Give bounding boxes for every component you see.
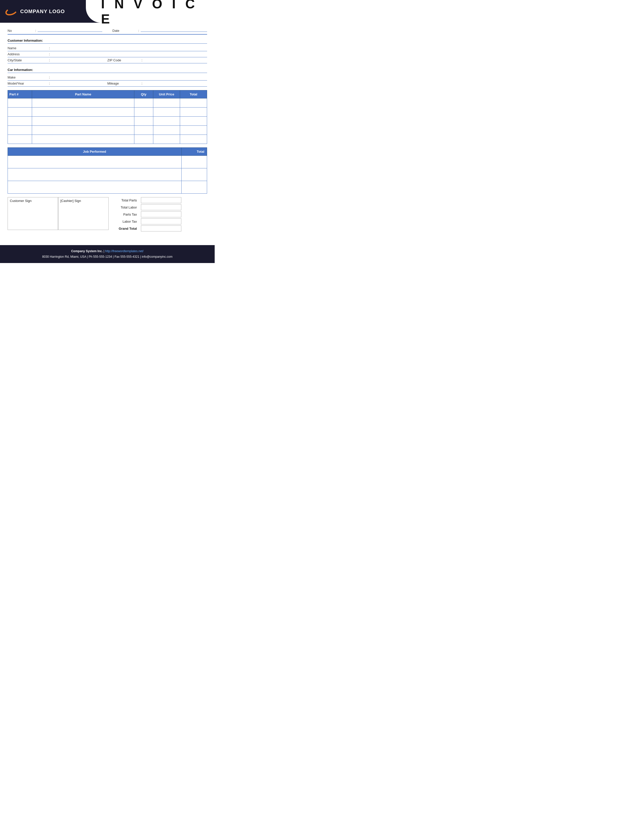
logo-text: COMPANY LOGO: [20, 9, 65, 14]
svg-point-0: [5, 6, 18, 16]
city-state-label: City/State: [8, 58, 38, 62]
total-labor-label: Total Labor: [114, 206, 139, 209]
footer-url[interactable]: http://freewordtemplates.net/: [105, 249, 143, 253]
invoice-no-field: No :: [8, 28, 102, 32]
zip-label: ZIP Code: [107, 58, 138, 62]
customer-address-row: Address :: [8, 51, 207, 57]
page-header: COMPANY LOGO I N V O I C E: [0, 0, 215, 23]
footer-company: Company System Inc.: [71, 249, 103, 253]
total-labor-value[interactable]: [141, 204, 181, 210]
table-row: [8, 156, 207, 168]
date-label: Date: [113, 29, 127, 32]
page-footer: Company System Inc. | http://freewordtem…: [0, 245, 215, 263]
car-make-row: Make :: [8, 74, 207, 80]
customer-cityzip-row: City/State : ZIP Code :: [8, 57, 207, 63]
footer-line1: Company System Inc. | http://freewordtem…: [5, 249, 209, 254]
parts-tax-label: Parts Tax: [114, 212, 139, 216]
invoice-title-area: I N V O I C E: [101, 0, 215, 23]
header-curve: [86, 0, 101, 23]
name-label: Name: [8, 46, 38, 50]
table-row: [8, 98, 207, 108]
customer-sign-label: Customer Sign: [10, 199, 32, 203]
grand-total-label: Grand Total: [114, 227, 139, 230]
car-section-header: Car Information:: [8, 68, 207, 73]
parts-col-qty: Qty: [134, 90, 153, 98]
invoice-title: I N V O I C E: [101, 0, 215, 26]
job-col-job: Job Performed: [8, 148, 182, 156]
labor-tax-value[interactable]: [141, 218, 181, 224]
parts-col-partname: Part Name: [32, 90, 134, 98]
logo-icon: [5, 5, 18, 18]
parts-col-partnum: Part #: [8, 90, 32, 98]
no-label: No: [8, 29, 23, 32]
cashier-sign-label: [Cashier] Sign: [60, 199, 81, 203]
total-parts-row: Total Parts: [114, 197, 207, 203]
total-parts-label: Total Parts: [114, 198, 139, 202]
address-label: Address: [8, 52, 38, 56]
bottom-section: Customer Sign [Cashier] Sign Total Parts…: [8, 197, 207, 233]
parts-tax-row: Parts Tax: [114, 211, 207, 217]
customer-sign-box[interactable]: Customer Sign: [8, 197, 58, 230]
no-value-line[interactable]: [38, 28, 102, 32]
totals-section: Total Parts Total Labor Parts Tax Labor …: [114, 197, 207, 233]
customer-section-header: Customer Information:: [8, 39, 207, 43]
table-row: [8, 168, 207, 181]
table-row: [8, 108, 207, 117]
grand-total-row: Grand Total: [114, 225, 207, 232]
parts-col-unitprice: Unit Price: [153, 90, 180, 98]
parts-col-total: Total: [180, 90, 207, 98]
table-row: [8, 135, 207, 144]
footer-line2: 8030 Harrington Rd, Miami, USA | Ph 555-…: [5, 254, 209, 260]
main-content: No : Date : Customer Information: Name :…: [0, 23, 215, 238]
table-row: [8, 126, 207, 135]
date-value-line[interactable]: [141, 28, 207, 32]
logo-area: COMPANY LOGO: [0, 0, 86, 23]
total-labor-row: Total Labor: [114, 204, 207, 210]
mileage-label: Mileage: [107, 82, 138, 85]
parts-tax-value[interactable]: [141, 211, 181, 217]
job-col-total: Total: [181, 148, 207, 156]
cashier-sign-box[interactable]: [Cashier] Sign: [58, 197, 109, 230]
total-parts-value[interactable]: [141, 197, 181, 203]
parts-table: Part # Part Name Qty Unit Price Total: [8, 90, 207, 144]
invoice-date-field: Date :: [113, 28, 207, 32]
customer-name-row: Name :: [8, 45, 207, 51]
table-row: [8, 117, 207, 126]
table-row: [8, 181, 207, 194]
invoice-meta: No : Date :: [8, 28, 207, 35]
labor-tax-label: Labor Tax: [114, 220, 139, 224]
make-label: Make: [8, 76, 38, 79]
model-year-label: Model/Year: [8, 82, 38, 85]
signatures-area: Customer Sign [Cashier] Sign: [8, 197, 109, 230]
job-table: Job Performed Total: [8, 148, 207, 194]
labor-tax-row: Labor Tax: [114, 218, 207, 224]
car-model-mileage-row: Model/Year : Mileage :: [8, 80, 207, 87]
grand-total-value[interactable]: [141, 225, 181, 232]
